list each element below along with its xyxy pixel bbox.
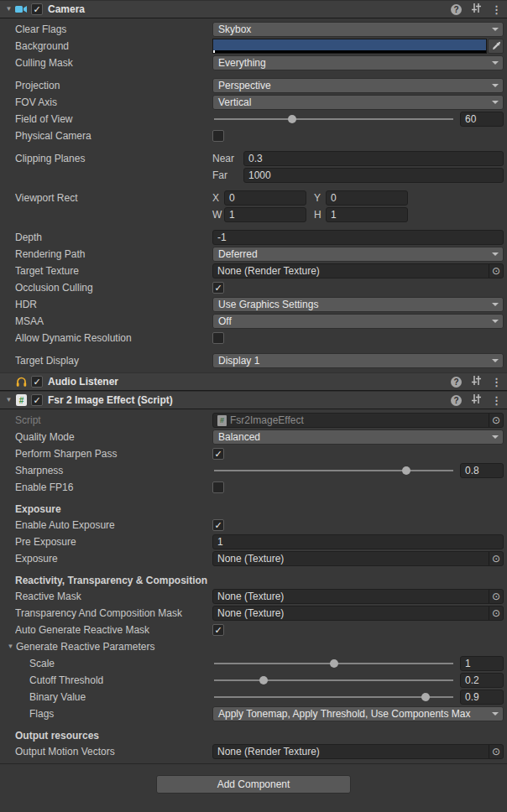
- flags-dropdown[interactable]: Apply Tonemap, Apply Threshold, Use Comp…: [212, 706, 504, 721]
- object-picker-icon[interactable]: ⊙: [489, 551, 503, 566]
- slider-thumb[interactable]: [402, 466, 410, 475]
- scale-value-field[interactable]: 1: [460, 656, 504, 671]
- chevron-down-icon: [492, 252, 499, 256]
- perform-sharpen-pass-checkbox[interactable]: ✓: [212, 448, 224, 460]
- object-picker-icon[interactable]: ⊙: [489, 263, 503, 278]
- exposure-field[interactable]: None (Texture) ⊙: [212, 551, 504, 566]
- chevron-down-icon: [492, 359, 499, 362]
- enable-fp16-checkbox[interactable]: ✓: [212, 481, 224, 493]
- object-picker-icon[interactable]: ⊙: [489, 744, 503, 759]
- clear-flags-label: Clear Flags: [15, 23, 212, 35]
- quality-mode-dropdown[interactable]: Balanced: [212, 429, 504, 445]
- binary-value-slider[interactable]: [212, 690, 455, 705]
- transparency-mask-field[interactable]: None (Texture) ⊙: [212, 606, 504, 621]
- exposure-label: Exposure: [15, 553, 212, 565]
- background-color-swatch[interactable]: [212, 39, 487, 54]
- field-of-view-value-field[interactable]: 60: [460, 112, 504, 127]
- audio-listener-enabled-checkbox[interactable]: ✓: [31, 376, 43, 388]
- slider-thumb[interactable]: [330, 659, 338, 668]
- hdr-label: HDR: [15, 299, 212, 310]
- rendering-path-dropdown[interactable]: Deferred: [212, 247, 504, 262]
- auto-generate-reactive-mask-label: Auto Generate Reactive Mask: [15, 624, 212, 636]
- check-icon: ✓: [33, 5, 40, 14]
- cutoff-threshold-slider[interactable]: [212, 673, 455, 688]
- clipping-far-field[interactable]: 1000: [243, 168, 504, 183]
- slider-thumb[interactable]: [421, 693, 430, 701]
- physical-camera-row: Physical Camera ✓: [0, 128, 507, 144]
- viewport-w-field[interactable]: 1: [224, 207, 306, 222]
- fsr2-component-header[interactable]: ▼ # ✓ Fsr 2 Image Effect (Script) ? ⋮: [0, 391, 507, 409]
- clear-flags-dropdown[interactable]: Skybox: [212, 22, 504, 37]
- chevron-down-icon: [492, 84, 499, 87]
- output-resources-section-header: Output resources: [0, 728, 507, 743]
- viewport-h-field[interactable]: 1: [326, 207, 408, 222]
- output-motion-vectors-field[interactable]: None (Render Texture) ⊙: [212, 744, 504, 759]
- pre-exposure-row: Pre Exposure 1: [0, 534, 507, 550]
- inspector-footer: Add Component: [0, 763, 507, 794]
- reactive-mask-label: Reactive Mask: [15, 591, 212, 602]
- depth-row: Depth -1: [0, 229, 507, 246]
- script-icon: #: [14, 393, 29, 407]
- slider-thumb[interactable]: [259, 676, 268, 684]
- camera-enabled-checkbox[interactable]: ✓: [31, 3, 43, 15]
- object-picker-icon[interactable]: ⊙: [489, 606, 503, 621]
- reactivity-section-header: Reactivity, Transparency & Composition: [0, 573, 507, 588]
- dropdown-value: Balanced: [218, 431, 260, 443]
- target-display-dropdown[interactable]: Display 1: [212, 353, 504, 368]
- presets-icon[interactable]: [471, 3, 482, 16]
- camera-component-header[interactable]: ▼ ✓ Camera ? ⋮: [0, 0, 507, 18]
- dropdown-value: Off: [218, 315, 232, 327]
- enable-fp16-label: Enable FP16: [15, 481, 212, 493]
- dropdown-value: Skybox: [218, 23, 251, 35]
- reactive-mask-field[interactable]: None (Texture) ⊙: [212, 589, 504, 604]
- binary-value-value-field[interactable]: 0.9: [460, 690, 504, 705]
- add-component-button[interactable]: Add Component: [156, 775, 351, 794]
- help-icon[interactable]: ?: [451, 377, 462, 388]
- foldout-arrow-icon[interactable]: ▼: [3, 0, 14, 18]
- more-menu-icon[interactable]: ⋮: [491, 3, 502, 16]
- viewport-x-field[interactable]: 0: [224, 190, 306, 206]
- slider-track: [214, 470, 453, 471]
- slider-thumb[interactable]: [288, 115, 296, 123]
- clipping-near-field[interactable]: 0.3: [243, 151, 504, 166]
- foldout-arrow-icon[interactable]: ▼: [5, 638, 16, 656]
- msaa-dropdown[interactable]: Off: [212, 314, 504, 329]
- fsr2-enabled-checkbox[interactable]: ✓: [31, 394, 43, 406]
- presets-icon[interactable]: [471, 393, 482, 407]
- field-of-view-slider[interactable]: [212, 112, 455, 127]
- hdr-dropdown[interactable]: Use Graphics Settings: [212, 297, 504, 312]
- fov-axis-dropdown[interactable]: Vertical: [212, 95, 504, 110]
- target-texture-field[interactable]: None (Render Texture) ⊙: [212, 263, 504, 278]
- foldout-arrow-icon[interactable]: ▼: [3, 391, 14, 409]
- scale-slider[interactable]: [212, 656, 455, 671]
- pre-exposure-field[interactable]: 1: [212, 534, 504, 549]
- allow-dynamic-resolution-checkbox[interactable]: ✓: [212, 332, 224, 344]
- presets-icon[interactable]: [471, 375, 482, 388]
- target-texture-row: Target Texture None (Render Texture) ⊙: [0, 263, 507, 279]
- occlusion-culling-checkbox[interactable]: ✓: [212, 282, 224, 294]
- object-picker-icon[interactable]: ⊙: [489, 413, 503, 428]
- auto-generate-reactive-mask-checkbox[interactable]: ✓: [212, 624, 224, 636]
- audio-listener-component-header[interactable]: ▼ ✓ Audio Listener ? ⋮: [0, 372, 507, 391]
- generate-reactive-parameters-row[interactable]: ▼ Generate Reactive Parameters: [0, 638, 507, 655]
- culling-mask-dropdown[interactable]: Everything: [212, 55, 504, 70]
- sharpness-value-field[interactable]: 0.8: [460, 463, 504, 478]
- eyedropper-button[interactable]: [488, 39, 504, 54]
- more-menu-icon[interactable]: ⋮: [491, 376, 502, 388]
- object-picker-icon[interactable]: ⊙: [489, 589, 503, 604]
- transparency-mask-row: Transparency And Composition Mask None (…: [0, 605, 507, 622]
- help-icon[interactable]: ?: [451, 4, 462, 15]
- more-menu-icon[interactable]: ⋮: [491, 394, 502, 407]
- background-row: Background: [0, 38, 507, 55]
- scale-row: Scale 1: [0, 655, 507, 672]
- viewport-y-field[interactable]: 0: [326, 190, 408, 206]
- script-field[interactable]: # Fsr2ImageEffect ⊙: [212, 413, 504, 428]
- cutoff-threshold-value-field[interactable]: 0.2: [460, 673, 504, 688]
- exposure-section-header: Exposure: [0, 502, 507, 517]
- physical-camera-checkbox[interactable]: ✓: [212, 130, 224, 142]
- enable-auto-exposure-checkbox[interactable]: ✓: [212, 519, 224, 531]
- sharpness-slider[interactable]: [212, 463, 455, 478]
- depth-field[interactable]: -1: [212, 230, 504, 245]
- projection-dropdown[interactable]: Perspective: [212, 78, 504, 93]
- help-icon[interactable]: ?: [451, 395, 462, 406]
